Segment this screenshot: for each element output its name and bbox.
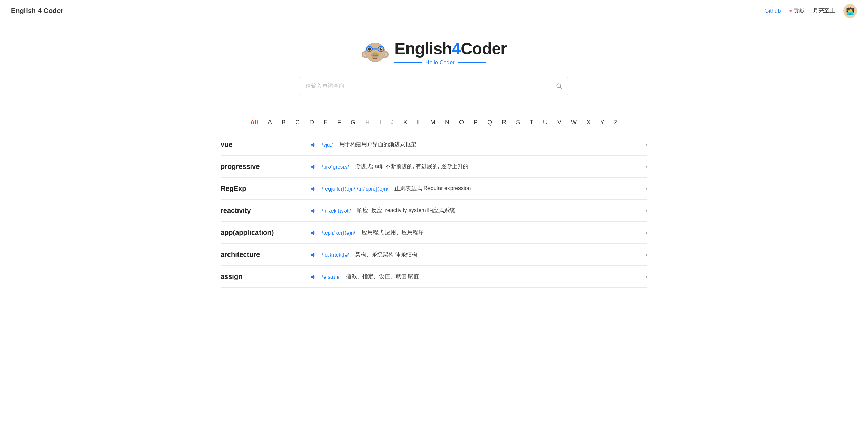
alpha-item-m[interactable]: M <box>429 118 437 127</box>
alpha-item-b[interactable]: B <box>280 118 287 127</box>
brand-link[interactable]: English 4 Coder <box>11 7 63 15</box>
alpha-item-g[interactable]: G <box>349 118 357 127</box>
speaker-icon[interactable] <box>310 141 318 149</box>
svg-point-10 <box>370 48 370 49</box>
alpha-item-x[interactable]: X <box>585 118 592 127</box>
word-row[interactable]: architecture /ˈɑːkɪtektʃə/ 架构、系统架构 体系结构 … <box>221 244 647 266</box>
navbar-right: Github ♥ 贡献 月亮至上 🧑‍💻 <box>764 4 857 18</box>
chevron-right-icon: › <box>645 229 647 236</box>
monkey-icon <box>361 39 389 66</box>
speaker-icon[interactable] <box>310 229 318 237</box>
svg-point-11 <box>381 48 382 49</box>
word-definition: 架构、系统架构 体系结构 <box>355 251 641 258</box>
alpha-item-t[interactable]: T <box>528 118 535 127</box>
hero-logo: English4Coder Hello Coder <box>361 39 507 66</box>
svg-point-8 <box>368 47 371 50</box>
speaker-icon[interactable] <box>310 163 318 171</box>
word-name: architecture <box>221 251 310 259</box>
chevron-right-icon: › <box>645 273 647 280</box>
search-bar <box>300 77 568 95</box>
svg-point-15 <box>557 84 561 88</box>
word-phonetic: /reɡjuˈleɪʃ(ə)n/ /tɪkˈspreʃ(ə)n/ <box>322 186 388 192</box>
alpha-item-d[interactable]: D <box>308 118 315 127</box>
alpha-item-p[interactable]: P <box>472 118 479 127</box>
chevron-right-icon: › <box>645 163 647 170</box>
word-row[interactable]: progressive /prəˈɡresɪv/ 渐进式; adj. 不断前进的… <box>221 156 647 178</box>
word-definition: 正则表达式 Regular expression <box>394 185 641 192</box>
speaker-icon[interactable] <box>310 273 318 281</box>
word-definition: 响应, 反应; reactivity system 响应式系统 <box>357 207 641 214</box>
word-definition: 用于构建用户界面的渐进式框架 <box>339 141 641 148</box>
svg-point-9 <box>380 47 382 50</box>
alpha-item-r[interactable]: R <box>500 118 508 127</box>
moonup-link[interactable]: 月亮至上 <box>813 7 835 14</box>
alpha-item-a[interactable]: A <box>266 118 273 127</box>
chevron-right-icon: › <box>645 141 647 148</box>
word-definition: 指派、指定、设值、赋值 赋值 <box>346 273 641 280</box>
alpha-item-c[interactable]: C <box>294 118 301 127</box>
github-link[interactable]: Github <box>764 8 781 14</box>
alpha-item-l[interactable]: L <box>416 118 422 127</box>
word-row[interactable]: RegExp /reɡjuˈleɪʃ(ə)n/ /tɪkˈspreʃ(ə)n/ … <box>221 178 647 200</box>
hero-subtitle: Hello Coder <box>394 59 507 66</box>
speaker-icon[interactable] <box>310 207 318 215</box>
svg-point-12 <box>371 52 379 58</box>
chevron-right-icon: › <box>645 251 647 258</box>
word-name: vue <box>221 141 310 149</box>
word-list: vue /vjuː/ 用于构建用户界面的渐进式框架 › progressive … <box>193 134 675 288</box>
contribute-link[interactable]: ♥ 贡献 <box>789 7 805 14</box>
word-row[interactable]: assign /əˈsaɪn/ 指派、指定、设值、赋值 赋值 › <box>221 266 647 288</box>
alphabet-nav: AllABCDEFGHIJKLMNOPQRSTUVWXYZ <box>0 106 868 134</box>
word-phonetic: /prəˈɡresɪv/ <box>322 164 349 170</box>
word-phonetic: /vjuː/ <box>322 142 333 148</box>
search-input[interactable] <box>306 83 555 89</box>
chevron-right-icon: › <box>645 185 647 192</box>
heart-icon: ♥ <box>789 8 793 14</box>
avatar[interactable]: 🧑‍💻 <box>843 4 857 18</box>
alpha-item-u[interactable]: U <box>542 118 549 127</box>
chevron-right-icon: › <box>645 207 647 214</box>
navbar: English 4 Coder Github ♥ 贡献 月亮至上 🧑‍💻 <box>0 0 868 22</box>
search-button[interactable] <box>555 83 562 89</box>
word-phonetic: /əˈsaɪn/ <box>322 274 340 280</box>
alpha-item-y[interactable]: Y <box>599 118 606 127</box>
word-phonetic: /ˌriːækˈtɪvəti/ <box>322 208 351 214</box>
alpha-item-o[interactable]: O <box>458 118 465 127</box>
word-name: RegExp <box>221 185 310 193</box>
alpha-item-w[interactable]: W <box>570 118 578 127</box>
alpha-item-v[interactable]: V <box>556 118 563 127</box>
alpha-item-s[interactable]: S <box>515 118 521 127</box>
speaker-icon[interactable] <box>310 251 318 259</box>
alpha-item-z[interactable]: Z <box>613 118 619 127</box>
search-icon <box>555 83 562 89</box>
alpha-item-j[interactable]: J <box>389 118 395 127</box>
alpha-item-k[interactable]: K <box>402 118 409 127</box>
alpha-item-f[interactable]: F <box>336 118 342 127</box>
speaker-icon[interactable] <box>310 185 318 193</box>
hero-section: English4Coder Hello Coder <box>0 22 868 106</box>
word-row[interactable]: app(application) /æplɪˈkeɪʃ(ə)n/ 应用程式 应用… <box>221 222 647 244</box>
word-row[interactable]: reactivity /ˌriːækˈtɪvəti/ 响应, 反应; react… <box>221 200 647 222</box>
svg-point-14 <box>375 54 378 56</box>
word-definition: 渐进式; adj. 不断前进的, 有进展的, 逐渐上升的 <box>355 163 641 170</box>
hero-title-block: English4Coder Hello Coder <box>394 39 507 66</box>
word-phonetic: /æplɪˈkeɪʃ(ə)n/ <box>322 230 356 236</box>
svg-point-13 <box>373 54 375 56</box>
word-definition: 应用程式 应用、应用程序 <box>362 229 641 236</box>
word-name: app(application) <box>221 229 310 237</box>
alpha-item-all[interactable]: All <box>249 118 260 127</box>
hero-title: English4Coder <box>394 39 507 58</box>
word-row[interactable]: vue /vjuː/ 用于构建用户界面的渐进式框架 › <box>221 134 647 156</box>
alpha-item-q[interactable]: Q <box>486 118 494 127</box>
word-name: assign <box>221 273 310 281</box>
word-name: progressive <box>221 163 310 171</box>
alpha-item-h[interactable]: H <box>364 118 371 127</box>
svg-line-16 <box>560 87 562 89</box>
contribute-label: 贡献 <box>794 7 805 14</box>
word-phonetic: /ˈɑːkɪtektʃə/ <box>322 252 349 258</box>
word-name: reactivity <box>221 207 310 215</box>
alpha-item-n[interactable]: N <box>444 118 451 127</box>
alpha-item-i[interactable]: I <box>378 118 382 127</box>
alpha-item-e[interactable]: E <box>322 118 329 127</box>
